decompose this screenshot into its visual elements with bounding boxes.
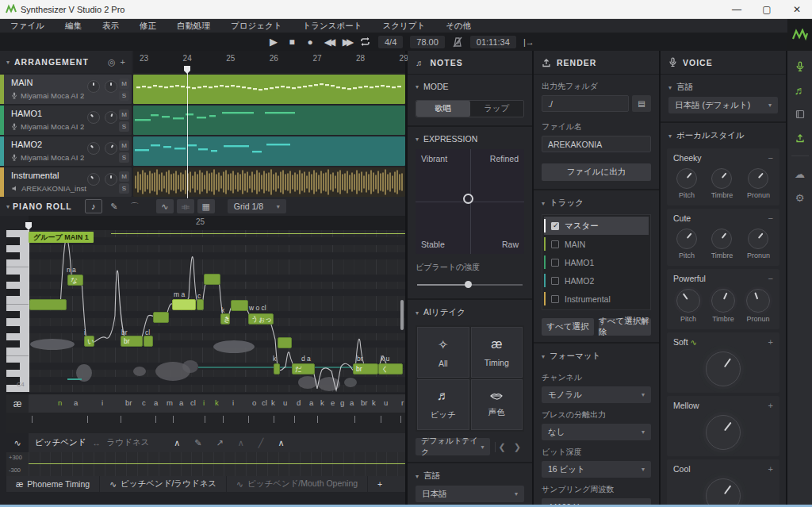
timbre-knob[interactable] [711,229,732,249]
piano-note[interactable]: br [121,336,143,347]
mic-icon[interactable] [791,57,810,76]
select-all-button[interactable]: すべて選択 [542,318,594,336]
filename-input[interactable]: AREKAKONIA [542,136,651,152]
render-track-row-HAMO2[interactable]: HAMO2 [544,271,649,290]
collapse-icon[interactable]: ▾ [6,59,10,66]
pitch-knob[interactable] [676,168,697,189]
piano-note[interactable]: く [378,363,403,374]
format-field-select-2[interactable]: 16 ビット▾ [542,461,651,478]
arrangement-settings-icon[interactable]: ◎ [108,57,116,67]
mellow-style-knob[interactable] [706,415,741,450]
waveform-toggle-icon[interactable]: ⟚ [177,199,194,213]
language-section-header[interactable]: ▾言語 [408,463,532,486]
timing-tick[interactable] [223,416,224,423]
piano-note[interactable]: br [353,363,378,374]
menu-item-8[interactable]: その他 [435,19,481,33]
vibrato-slider-handle[interactable] [465,281,472,288]
voice-language-section-header[interactable]: ▾言語 [661,75,786,97]
piano-note[interactable] [172,299,196,310]
timing-tick[interactable] [121,416,121,423]
phoneme-item[interactable]: r [401,398,404,407]
timing-tick[interactable] [155,416,156,423]
loop-button[interactable] [359,36,371,48]
expand-style-button[interactable]: + [768,464,773,474]
phoneme-item[interactable]: k [271,398,275,407]
pitch-curve-toggle-icon[interactable]: ∿ [156,199,174,213]
track-clip-main[interactable] [133,75,405,104]
smooth-icon[interactable]: ∧ [270,438,291,448]
timing-tick[interactable] [87,416,88,423]
piano-note[interactable]: だ [292,363,315,374]
mute-button[interactable]: M [119,140,129,151]
bottom-tab-1[interactable]: ∿ピッチベンド/ラウドネス [100,476,227,492]
piano-black-key[interactable] [6,311,20,318]
phoneme-item[interactable]: c [142,398,146,407]
timing-tick[interactable] [274,416,274,423]
piano-keyboard[interactable]: C4 [6,230,29,392]
timing-tick[interactable] [381,416,381,423]
bottom-tab-2[interactable]: ∿ピッチベンド/Mouth Opening [227,476,368,492]
piano-note[interactable] [29,299,67,310]
output-folder-input[interactable]: ./ [542,95,629,112]
render-track-checkbox[interactable] [551,259,559,267]
swap-params-icon[interactable]: ↔ [92,439,100,447]
phoneme-item[interactable]: cl [190,398,196,407]
ai-retake-section-header[interactable]: ▾AIリテイク [408,300,532,322]
track-pan-knob[interactable] [105,80,117,93]
piano-note[interactable] [144,336,153,347]
track-pan-knob[interactable] [105,111,117,124]
phoneme-item[interactable]: n [58,398,62,407]
pencil-tool-icon[interactable]: ✎ [105,199,123,213]
pitch-knob[interactable] [676,289,700,313]
render-tracks-section-header[interactable]: ▾トラック [534,190,659,213]
upload-icon[interactable] [791,129,810,148]
render-track-checkbox[interactable] [551,277,559,285]
piano-black-key[interactable] [6,252,20,259]
phoneme-item[interactable]: a [154,398,158,407]
arrangement-track-hamo1[interactable]: HAMO1Miyamai Moca AI 2MS [0,106,132,135]
timecode-display[interactable]: 01:11:34 [470,36,516,48]
format-section-header[interactable]: ▾フォーマット [534,344,659,366]
rewind-button[interactable]: ◀◀ [323,36,334,48]
track-clip-hamo2[interactable] [133,136,405,166]
cool-style-knob[interactable] [706,478,741,507]
track-volume-knob[interactable] [87,142,100,155]
timing-tick[interactable] [400,416,401,423]
arrangement-ruler[interactable]: 23242526272829 [133,51,405,73]
phoneme-item[interactable]: e [331,398,335,407]
menu-item-5[interactable]: プロジェクト [220,19,292,33]
collapse-style-button[interactable]: − [768,153,773,163]
gear-icon[interactable]: ⚙ [791,188,810,207]
piano-black-key[interactable] [6,363,20,370]
menu-item-6[interactable]: トランスポート [292,19,372,33]
soft-style-knob[interactable] [706,351,741,386]
expression-handle[interactable] [463,194,473,204]
deselect-all-button[interactable]: すべて選択解除 [599,318,651,336]
phoneme-item[interactable]: a [179,398,183,407]
phoneme-item[interactable]: o [252,398,256,407]
render-track-row-MAIN[interactable]: MAIN [544,235,649,253]
phoneme-item[interactable]: cl [262,398,267,407]
curve-draw-icon[interactable]: ∧ [167,438,187,448]
pencil-draw-icon[interactable]: ✎ [187,438,209,448]
play-button[interactable]: ▶ [268,36,279,48]
piano-roll-ruler[interactable]: 25 [29,216,405,230]
timing-tick[interactable] [173,416,174,423]
phoneme-item[interactable]: k [215,398,219,407]
solo-button[interactable]: S [119,183,129,194]
piano-black-key[interactable] [6,237,20,244]
timing-tick[interactable] [32,416,33,423]
export-button[interactable]: ファイルに出力 [542,163,651,181]
note-grid[interactable] [29,230,405,392]
stop-button[interactable]: ■ [286,36,297,48]
mode-option-rap[interactable]: ラップ [470,101,524,117]
tempo-value[interactable]: 78.00 [410,36,445,48]
render-track-row-Instrumental[interactable]: Instrumental [544,290,649,308]
piano-note[interactable] [204,274,220,285]
parameter-canvas[interactable]: +300 -300 [6,452,405,476]
forward-button[interactable]: ▶▶ [341,36,352,48]
piano-note[interactable]: き [220,313,230,325]
track-volume-knob[interactable] [87,111,100,124]
menu-item-4[interactable]: 自動処理 [167,19,220,33]
collapse-icon[interactable]: ▾ [6,203,10,210]
